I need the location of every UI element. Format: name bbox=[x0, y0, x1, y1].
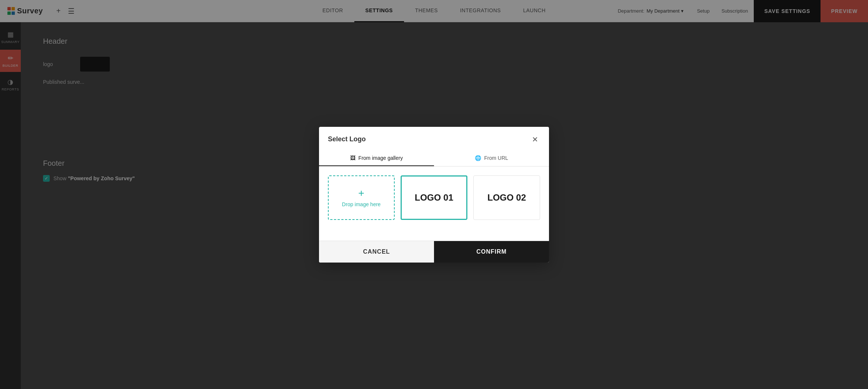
drop-zone[interactable]: + Drop image here bbox=[328, 175, 395, 220]
modal-tabs: 🖼 From image gallery 🌐 From URL bbox=[319, 151, 549, 167]
modal-body: + Drop image here LOGO 01 LOGO 02 bbox=[319, 167, 549, 241]
logo-item-01[interactable]: LOGO 01 bbox=[401, 175, 467, 220]
tab-image-gallery[interactable]: 🖼 From image gallery bbox=[319, 151, 434, 166]
logo-02-label: LOGO 02 bbox=[487, 192, 526, 203]
drop-zone-label: Drop image here bbox=[342, 201, 381, 207]
cancel-button[interactable]: CANCEL bbox=[319, 241, 434, 263]
modal-footer: CANCEL CONFIRM bbox=[319, 241, 549, 263]
tab-from-url[interactable]: 🌐 From URL bbox=[434, 151, 549, 166]
confirm-button[interactable]: CONFIRM bbox=[434, 241, 549, 263]
globe-icon: 🌐 bbox=[475, 155, 481, 161]
select-logo-modal: Select Logo ✕ 🖼 From image gallery 🌐 Fro… bbox=[319, 127, 549, 263]
modal-title: Select Logo bbox=[328, 135, 366, 143]
modal-overlay: Select Logo ✕ 🖼 From image gallery 🌐 Fro… bbox=[0, 0, 868, 389]
modal-header: Select Logo ✕ bbox=[319, 127, 549, 145]
modal-close-button[interactable]: ✕ bbox=[530, 134, 540, 145]
logo-item-02[interactable]: LOGO 02 bbox=[473, 175, 540, 220]
image-gallery-icon: 🖼 bbox=[350, 155, 355, 161]
logo-01-label: LOGO 01 bbox=[415, 192, 453, 203]
drop-plus-icon: + bbox=[358, 188, 364, 198]
